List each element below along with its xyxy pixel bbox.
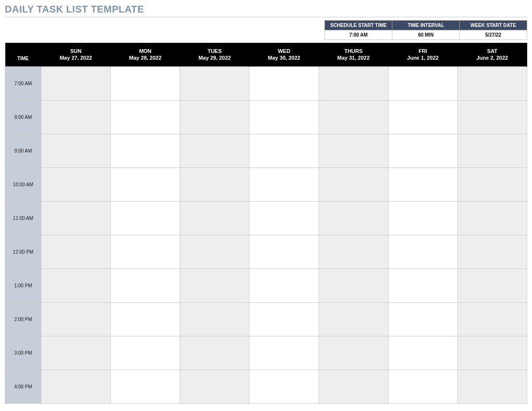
day-header: SATJune 2, 2022 (457, 43, 527, 66)
day-name: SAT (460, 48, 525, 54)
time-cell: 7:00 AM (5, 66, 41, 100)
task-cell[interactable] (111, 201, 180, 235)
task-cell[interactable] (319, 269, 388, 302)
task-cell[interactable] (388, 134, 457, 167)
task-cell[interactable] (388, 370, 457, 403)
settings-header-week-start: WEEK START DATE (460, 21, 527, 30)
task-cell[interactable] (319, 167, 388, 201)
day-date: May 27, 2022 (43, 54, 108, 61)
day-date: May 31, 2022 (321, 54, 386, 61)
task-cell[interactable] (319, 100, 388, 134)
task-cell[interactable] (41, 269, 111, 302)
task-cell[interactable] (41, 100, 111, 134)
task-cell[interactable] (249, 134, 319, 167)
task-cell[interactable] (388, 302, 457, 336)
task-cell[interactable] (388, 167, 457, 201)
task-cell[interactable] (457, 66, 527, 100)
task-cell[interactable] (180, 336, 249, 370)
task-cell[interactable] (111, 134, 180, 167)
schedule-row: 7:00 AM (5, 66, 527, 100)
schedule-row: 9:00 AM (5, 134, 527, 167)
settings-value-start-time[interactable]: 7:00 AM (325, 30, 392, 40)
settings-value-week-start[interactable]: 5/27/22 (460, 30, 527, 40)
task-cell[interactable] (180, 370, 249, 403)
task-cell[interactable] (180, 269, 249, 302)
task-cell[interactable] (111, 302, 180, 336)
task-cell[interactable] (249, 370, 319, 403)
day-name: MON (113, 48, 178, 54)
task-cell[interactable] (111, 336, 180, 370)
day-name: WED (251, 48, 316, 54)
day-header: THURSMay 31, 2022 (319, 43, 388, 66)
day-date: May 30, 2022 (251, 54, 316, 61)
task-cell[interactable] (41, 134, 111, 167)
task-cell[interactable] (180, 201, 249, 235)
task-cell[interactable] (41, 336, 111, 370)
task-cell[interactable] (111, 167, 180, 201)
time-cell: 8:00 AM (5, 100, 41, 134)
task-cell[interactable] (457, 302, 527, 336)
settings-table: SCHEDULE START TIME TIME INTERVAL WEEK S… (324, 20, 527, 40)
day-header: SUNMay 27, 2022 (41, 43, 111, 66)
task-cell[interactable] (319, 235, 388, 269)
task-cell[interactable] (180, 66, 249, 100)
task-cell[interactable] (388, 235, 457, 269)
task-cell[interactable] (111, 370, 180, 403)
schedule-header-row: TIME SUNMay 27, 2022MONMay 28, 2022TUESM… (5, 43, 527, 66)
task-cell[interactable] (388, 336, 457, 370)
task-cell[interactable] (111, 235, 180, 269)
task-cell[interactable] (457, 235, 527, 269)
task-cell[interactable] (388, 201, 457, 235)
time-cell: 3:00 PM (5, 336, 41, 370)
task-cell[interactable] (180, 167, 249, 201)
day-header: FRIJune 1, 2022 (388, 43, 457, 66)
task-cell[interactable] (180, 302, 249, 336)
task-cell[interactable] (249, 269, 319, 302)
task-cell[interactable] (457, 269, 527, 302)
day-date: May 28, 2022 (113, 54, 178, 61)
task-cell[interactable] (41, 302, 111, 336)
task-cell[interactable] (249, 201, 319, 235)
day-date: June 2, 2022 (460, 54, 525, 61)
task-cell[interactable] (457, 201, 527, 235)
time-cell: 2:00 PM (5, 302, 41, 336)
task-cell[interactable] (249, 167, 319, 201)
task-cell[interactable] (319, 66, 388, 100)
task-cell[interactable] (249, 66, 319, 100)
task-cell[interactable] (319, 201, 388, 235)
task-cell[interactable] (249, 336, 319, 370)
task-cell[interactable] (319, 134, 388, 167)
task-cell[interactable] (388, 269, 457, 302)
task-cell[interactable] (111, 100, 180, 134)
task-cell[interactable] (111, 66, 180, 100)
task-cell[interactable] (180, 235, 249, 269)
settings-value-interval[interactable]: 60 MIN (392, 30, 460, 40)
task-cell[interactable] (319, 336, 388, 370)
task-cell[interactable] (249, 235, 319, 269)
task-cell[interactable] (180, 100, 249, 134)
task-cell[interactable] (457, 100, 527, 134)
settings-row: SCHEDULE START TIME TIME INTERVAL WEEK S… (5, 20, 527, 40)
task-cell[interactable] (41, 201, 111, 235)
task-cell[interactable] (249, 100, 319, 134)
time-cell: 1:00 PM (5, 269, 41, 302)
task-cell[interactable] (41, 167, 111, 201)
task-cell[interactable] (457, 370, 527, 403)
task-cell[interactable] (319, 370, 388, 403)
task-cell[interactable] (41, 235, 111, 269)
task-cell[interactable] (457, 167, 527, 201)
task-cell[interactable] (180, 134, 249, 167)
task-cell[interactable] (457, 134, 527, 167)
task-cell[interactable] (111, 269, 180, 302)
time-cell: 9:00 AM (5, 134, 41, 167)
task-cell[interactable] (388, 66, 457, 100)
time-cell: 10:00 AM (5, 167, 41, 201)
task-cell[interactable] (388, 100, 457, 134)
task-cell[interactable] (41, 66, 111, 100)
task-cell[interactable] (249, 302, 319, 336)
schedule-row: 12:00 PM (5, 235, 527, 269)
task-cell[interactable] (319, 302, 388, 336)
schedule-row: 8:00 AM (5, 100, 527, 134)
task-cell[interactable] (457, 336, 527, 370)
task-cell[interactable] (41, 370, 111, 403)
